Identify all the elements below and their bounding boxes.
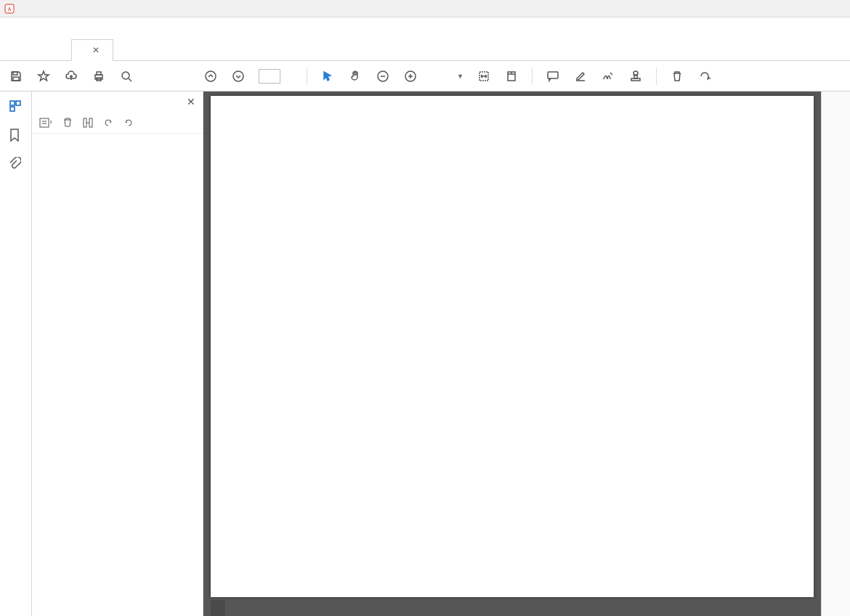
toolbar-separator-2: [532, 68, 533, 85]
thumb-arrange-icon[interactable]: [83, 118, 93, 128]
thumbnails-panel: ✕: [32, 92, 203, 616]
star-icon[interactable]: [36, 69, 51, 84]
tab-home[interactable]: [7, 38, 35, 60]
cloud-share-icon[interactable]: [64, 69, 78, 84]
zoom-out-icon[interactable]: [376, 69, 390, 84]
svg-point-8: [206, 71, 216, 81]
svg-rect-5: [97, 72, 101, 75]
hand-icon[interactable]: [348, 69, 363, 84]
svg-rect-14: [548, 72, 558, 78]
svg-rect-2: [13, 72, 17, 75]
thumbnails-tools: [32, 112, 203, 134]
trash-icon[interactable]: [670, 69, 684, 84]
close-panel-icon[interactable]: ✕: [187, 96, 195, 108]
tab-document[interactable]: ✕: [71, 39, 113, 61]
sign-icon[interactable]: [601, 69, 615, 84]
toolbar-separator: [307, 68, 307, 85]
stamp-icon[interactable]: [628, 69, 643, 84]
svg-text:A: A: [8, 7, 12, 12]
zoom-dropdown[interactable]: ▼: [431, 73, 464, 80]
page-number-input[interactable]: [259, 69, 280, 84]
svg-rect-22: [84, 118, 86, 127]
svg-rect-18: [10, 101, 15, 105]
options-icon[interactable]: [39, 118, 52, 128]
window-titlebar: A: [0, 0, 850, 17]
thumb-undo-icon[interactable]: [103, 118, 113, 128]
svg-rect-20: [10, 107, 15, 111]
toolbar-separator-3: [656, 68, 657, 85]
svg-rect-21: [40, 118, 49, 127]
thumbnails-header: ✕: [32, 92, 203, 112]
thumbnails-panel-icon[interactable]: [8, 99, 24, 115]
svg-rect-3: [13, 77, 19, 81]
svg-rect-23: [89, 118, 92, 127]
highlight-icon[interactable]: [573, 69, 588, 84]
fit-page-icon[interactable]: [504, 69, 519, 84]
rotate-icon[interactable]: [697, 69, 712, 84]
page-down-icon[interactable]: [231, 69, 246, 84]
document-viewer[interactable]: [203, 92, 821, 616]
thumbnails-list[interactable]: [32, 134, 203, 616]
print-icon[interactable]: [92, 69, 106, 84]
pointer-icon[interactable]: [320, 69, 335, 84]
thumb-trash-icon[interactable]: [62, 118, 73, 128]
pdf-file-icon: A: [4, 4, 15, 14]
svg-rect-19: [16, 101, 20, 105]
left-rail: [0, 92, 32, 616]
pdf-page: [211, 96, 814, 597]
svg-point-9: [233, 71, 243, 81]
attachments-panel-icon[interactable]: [8, 157, 24, 173]
fit-width-icon[interactable]: [477, 69, 491, 84]
tab-tools[interactable]: [39, 38, 67, 60]
tabs-bar: ✕: [0, 33, 850, 61]
bookmark-panel-icon[interactable]: [8, 128, 24, 144]
right-tools-rail[interactable]: [821, 92, 850, 616]
page-dimensions-status: [211, 600, 225, 616]
main-toolbar: ▼: [0, 61, 850, 92]
chevron-down-icon: ▼: [457, 73, 464, 80]
svg-point-7: [122, 72, 129, 79]
comment-icon[interactable]: [546, 69, 560, 84]
menubar: [0, 17, 850, 33]
close-tab-icon[interactable]: ✕: [92, 45, 100, 55]
find-icon[interactable]: [119, 69, 134, 84]
page-up-icon[interactable]: [203, 69, 218, 84]
zoom-in-icon[interactable]: [403, 69, 418, 84]
work-area: ✕: [0, 92, 850, 616]
thumb-redo-icon[interactable]: [124, 118, 134, 128]
save-icon[interactable]: [9, 69, 23, 84]
